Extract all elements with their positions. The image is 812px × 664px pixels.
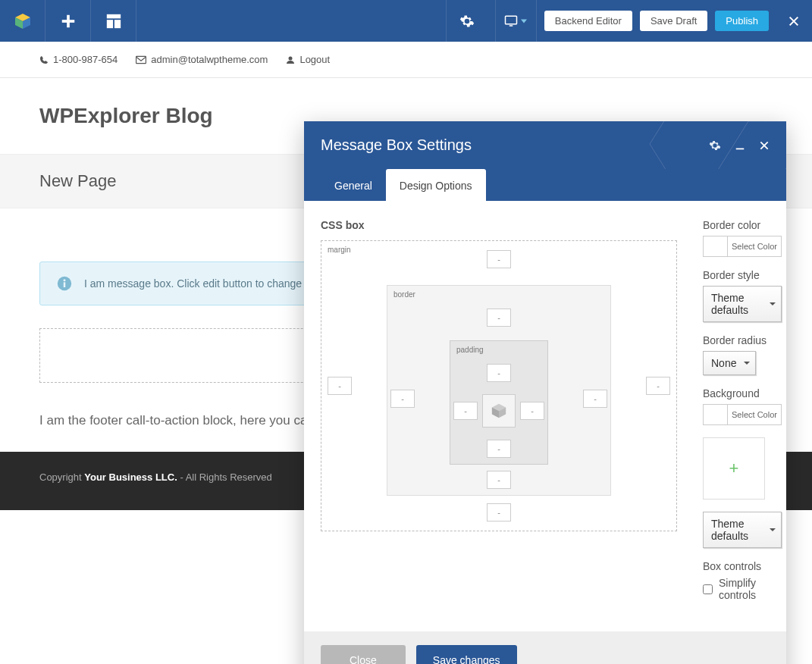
- desktop-icon: [504, 14, 518, 28]
- cssbox-margin-layer: margin border padding: [321, 240, 677, 531]
- logo-vc[interactable]: [0, 0, 45, 42]
- padding-label: padding: [456, 346, 484, 354]
- svg-rect-9: [509, 25, 513, 27]
- svg-point-17: [64, 279, 66, 281]
- background-field: Background Select Color: [703, 387, 782, 425]
- box-controls-field: Box controls Simplify controls: [703, 560, 782, 601]
- margin-top-input[interactable]: [487, 250, 511, 268]
- hex-bg-icon: [597, 121, 786, 169]
- vc-cube-icon: [491, 402, 507, 419]
- svg-marker-18: [650, 121, 786, 169]
- border-style-select[interactable]: Theme defaults: [703, 286, 782, 322]
- backend-editor-button[interactable]: Backend Editor: [544, 11, 632, 31]
- margin-label: margin: [328, 246, 351, 254]
- plus-icon: [60, 13, 77, 30]
- templates-button[interactable]: [91, 0, 136, 42]
- border-bottom-input[interactable]: [487, 471, 511, 489]
- margin-left-input[interactable]: [328, 377, 352, 395]
- background-style-select[interactable]: Theme defaults: [703, 512, 782, 548]
- tab-general[interactable]: General: [321, 169, 386, 201]
- copyright-prefix: Copyright: [39, 471, 84, 483]
- user-icon: [286, 55, 295, 64]
- svg-rect-13: [136, 56, 146, 63]
- email-icon: [136, 55, 146, 64]
- border-style-field: Border style Theme defaults: [703, 269, 782, 322]
- svg-point-14: [289, 56, 293, 60]
- plus-icon: +: [729, 459, 739, 478]
- email: admin@totalwptheme.com: [136, 54, 268, 65]
- border-label: border: [393, 290, 415, 299]
- padding-left-input[interactable]: [453, 402, 478, 420]
- background-color-text: Select Color: [728, 405, 781, 424]
- tab-design-options[interactable]: Design Options: [386, 169, 486, 201]
- settings-modal: Message Box Settings General Design Opti…: [304, 121, 786, 664]
- sideform: Border color Select Color Border style T…: [703, 219, 782, 613]
- info-icon: [57, 276, 72, 291]
- border-color-text: Select Color: [728, 236, 781, 256]
- border-left-input[interactable]: [390, 390, 415, 408]
- close-button[interactable]: Close: [321, 645, 406, 664]
- cssbox-border-layer: border padding: [387, 285, 611, 496]
- caret-down-icon: [521, 18, 527, 24]
- add-element-button[interactable]: [45, 0, 91, 42]
- message-text: I am message box. Click edit button to c…: [84, 277, 316, 290]
- cssbox-wrapper: CSS box margin border padding: [321, 219, 677, 613]
- copyright-suffix: - All Rights Reserved: [177, 471, 272, 483]
- modal-header: Message Box Settings: [304, 121, 786, 169]
- margin-bottom-input[interactable]: [487, 503, 511, 521]
- close-editor-button[interactable]: [788, 15, 800, 27]
- modal-footer: Close Save changes: [304, 631, 786, 664]
- logout-link[interactable]: Logout: [286, 54, 330, 65]
- box-controls-label: Box controls: [703, 560, 782, 572]
- svg-marker-19: [710, 121, 786, 169]
- cssbox-heading: CSS box: [321, 219, 677, 231]
- logout-text: Logout: [299, 54, 330, 65]
- close-icon: [788, 15, 800, 27]
- modal-body: CSS box margin border padding: [304, 201, 786, 631]
- background-label: Background: [703, 387, 782, 399]
- svg-rect-8: [506, 16, 517, 24]
- background-color-picker[interactable]: Select Color: [703, 404, 782, 425]
- layout-icon: [105, 13, 122, 30]
- background-style-field: Theme defaults: [703, 512, 782, 548]
- settings-gear[interactable]: [446, 0, 488, 42]
- copyright-company: Your Business LLC.: [84, 471, 177, 483]
- padding-bottom-input[interactable]: [487, 440, 511, 458]
- margin-right-input[interactable]: [646, 377, 670, 395]
- border-color-label: Border color: [703, 219, 782, 231]
- modal-tabs: General Design Options: [304, 169, 786, 201]
- svg-rect-7: [114, 20, 120, 28]
- svg-rect-4: [61, 20, 74, 23]
- border-color-picker[interactable]: Select Color: [703, 236, 782, 257]
- border-radius-label: Border radius: [703, 334, 782, 346]
- email-text: admin@totalwptheme.com: [151, 54, 268, 65]
- utility-bar: 1-800-987-654 admin@totalwptheme.com Log…: [0, 42, 812, 78]
- phone-text: 1-800-987-654: [53, 54, 118, 65]
- simplify-label: Simplify controls: [719, 577, 782, 601]
- publish-button[interactable]: Publish: [715, 11, 769, 31]
- phone-icon: [39, 55, 49, 64]
- border-color-field: Border color Select Color: [703, 219, 782, 257]
- cssbox-content: [482, 394, 516, 428]
- topbar-left: [0, 0, 136, 42]
- editor-topbar: Backend Editor Save Draft Publish: [0, 0, 812, 42]
- save-draft-button[interactable]: Save Draft: [640, 11, 707, 31]
- border-top-input[interactable]: [487, 309, 511, 327]
- vc-cube-icon: [14, 12, 32, 30]
- background-image-add[interactable]: +: [703, 437, 765, 500]
- border-color-swatch: [704, 236, 728, 256]
- topbar-right: Backend Editor Save Draft Publish: [446, 0, 812, 42]
- svg-rect-6: [106, 20, 112, 28]
- border-radius-select[interactable]: None: [703, 351, 756, 375]
- border-right-input[interactable]: [583, 390, 607, 408]
- cssbox-padding-layer: padding: [450, 340, 548, 465]
- simplify-checkbox[interactable]: [703, 584, 713, 594]
- phone: 1-800-987-654: [39, 54, 118, 65]
- padding-top-input[interactable]: [487, 364, 511, 382]
- background-color-swatch: [704, 405, 728, 424]
- svg-rect-16: [64, 282, 66, 287]
- save-changes-button[interactable]: Save changes: [416, 645, 517, 664]
- border-radius-field: Border radius None: [703, 334, 782, 375]
- padding-right-input[interactable]: [520, 402, 544, 420]
- responsive-toggle[interactable]: [495, 0, 537, 42]
